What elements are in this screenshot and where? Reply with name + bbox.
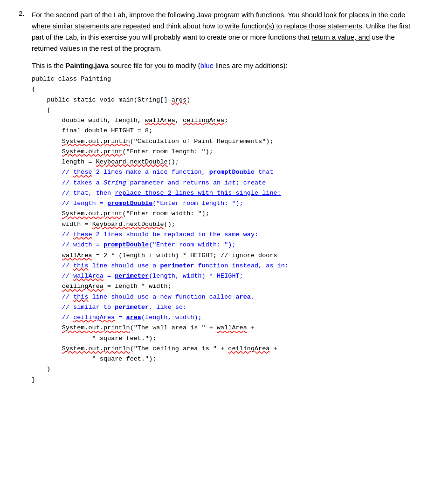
section-description: For the second part of the Lab, improve … <box>32 9 414 54</box>
section-number: 2. <box>19 9 28 54</box>
this-is-line: This is the Painting.java source file fo… <box>32 61 429 69</box>
code-block: public class Painting { public static vo… <box>32 74 429 385</box>
